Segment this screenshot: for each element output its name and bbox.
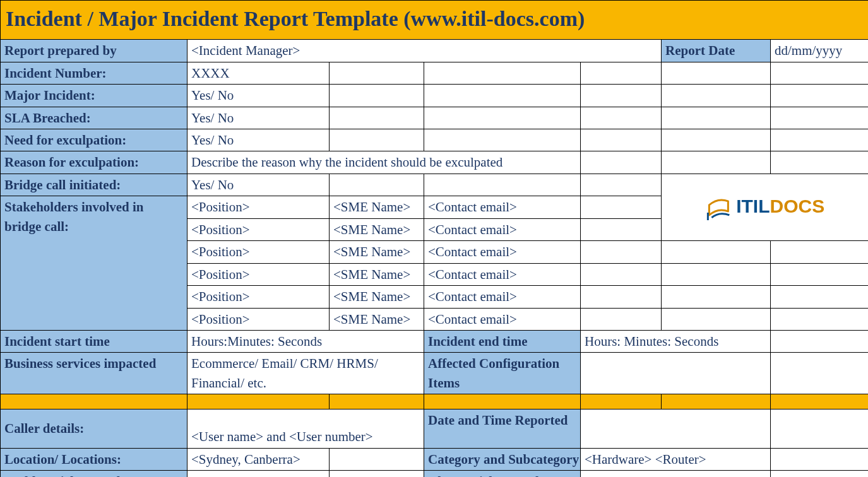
stakeholder-sme[interactable]: <SME Name> [330,218,424,240]
stakeholder-sme[interactable]: <SME Name> [330,241,424,263]
stakeholder-email[interactable]: <Contact email> [424,218,581,240]
label-prepared-by: Report prepared by [1,40,187,62]
row-prepared-by: Report prepared by <Incident Manager> Re… [1,40,869,62]
label-sla-breached: SLA Breached: [1,107,187,129]
row-major-incident: Major Incident: Yes/ No [1,85,869,107]
value-location[interactable]: <Sydney, Canberra> [187,448,330,470]
report-table: Incident / Major Incident Report Templat… [0,0,868,477]
stakeholder-position[interactable]: <Position> [187,308,330,330]
label-incident-end: Incident end time [424,330,581,352]
value-caller-details[interactable]: <User name> and <User number> [187,409,424,448]
label-affected-ci: Affected Configuration Items [424,353,581,394]
value-need-exculpation[interactable]: Yes/ No [187,129,330,151]
label-incident-number: Incident Number: [1,62,187,84]
logo-text-docs: DOCS [770,195,824,216]
row-caller-details: Caller details: <User name> and <User nu… [1,409,869,448]
value-incident-end[interactable]: Hours: Minutes: Seconds [581,330,771,352]
value-prepared-by[interactable]: <Incident Manager> [187,40,662,62]
label-reason-exculpation: Reason for exculpation: [1,151,187,174]
stakeholder-position[interactable]: <Position> [187,263,330,285]
value-incident-start[interactable]: Hours:Minutes: Seconds [187,330,424,352]
stakeholder-sme[interactable]: <SME Name> [330,286,424,308]
stakeholder-position[interactable]: <Position> [187,241,330,263]
label-date-time-reported: Date and Time Reported [424,409,581,448]
stakeholder-email[interactable]: <Contact email> [424,196,581,218]
value-incident-number[interactable]: XXXX [187,62,330,84]
logo-text-itil: ITIL [736,195,770,216]
row-tickets: Problem ticket number: Change ticket num… [1,471,869,477]
stakeholder-email[interactable]: <Contact email> [424,263,581,285]
value-category-subcat[interactable]: <Hardware> <Router> [581,448,771,470]
value-sla-breached[interactable]: Yes/ No [187,107,330,129]
label-incident-start: Incident start time [1,330,187,352]
value-business-services[interactable]: Ecommerce/ Email/ CRM/ HRMS/ Financial/ … [187,353,424,394]
row-need-exculpation: Need for exculpation: Yes/ No [1,129,869,151]
label-major-incident: Major Incident: [1,85,187,107]
value-bridge-call[interactable]: Yes/ No [187,174,330,196]
label-caller-details: Caller details: [1,409,187,448]
label-problem-ticket: Problem ticket number: [1,471,187,477]
stakeholder-sme[interactable]: <SME Name> [330,196,424,218]
value-report-date[interactable]: dd/mm/yyyy [771,40,869,62]
logo-cell: ITILDOCS [662,174,869,240]
report-title: Incident / Major Incident Report Templat… [1,1,869,40]
divider-row [1,394,869,409]
row-location: Location/ Locations: <Sydney, Canberra> … [1,448,869,470]
report-sheet: Incident / Major Incident Report Templat… [0,0,868,477]
stakeholder-sme[interactable]: <SME Name> [330,308,424,330]
book-icon [705,196,732,223]
row-business-services: Business services impacted Ecommerce/ Em… [1,353,869,394]
label-business-services: Business services impacted [1,353,187,394]
value-major-incident[interactable]: Yes/ No [187,85,330,107]
value-reason-exculpation[interactable]: Describe the reason why the incident sho… [187,151,581,174]
stakeholder-position[interactable]: <Position> [187,196,330,218]
row-sla-breached: SLA Breached: Yes/ No [1,107,869,129]
stakeholder-email[interactable]: <Contact email> [424,286,581,308]
label-bridge-call: Bridge call initiated: [1,174,187,196]
label-location: Location/ Locations: [1,448,187,470]
row-reason-exculpation: Reason for exculpation: Describe the rea… [1,151,869,174]
stakeholder-position[interactable]: <Position> [187,286,330,308]
stakeholder-email[interactable]: <Contact email> [424,241,581,263]
label-need-exculpation: Need for exculpation: [1,129,187,151]
stakeholder-sme[interactable]: <SME Name> [330,263,424,285]
label-stakeholders: Stakeholders involved in bridge call: [1,196,187,331]
stakeholder-position[interactable]: <Position> [187,218,330,240]
label-change-ticket: Change ticket number [424,471,581,477]
row-incident-number: Incident Number: XXXX [1,62,869,84]
title-row: Incident / Major Incident Report Templat… [1,1,869,40]
row-incident-times: Incident start time Hours:Minutes: Secon… [1,330,869,352]
label-report-date: Report Date [662,40,771,62]
label-category-subcat: Category and Subcategory [424,448,581,470]
stakeholder-email[interactable]: <Contact email> [424,308,581,330]
row-bridge-call: Bridge call initiated: Yes/ No ITILDOCS [1,174,869,196]
